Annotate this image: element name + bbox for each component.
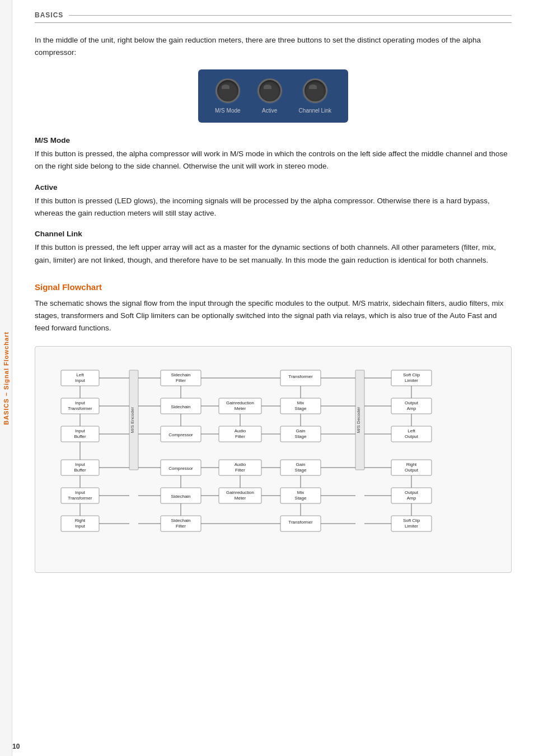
svg-text:Gain: Gain — [296, 462, 306, 467]
intro-text: In the middle of the unit, right below t… — [35, 34, 512, 58]
svg-text:Gainreduction: Gainreduction — [226, 400, 254, 405]
active-heading: Active — [35, 183, 512, 192]
ms-mode-text: If this button is pressed, the alpha com… — [35, 148, 512, 173]
page-header: BASICS — [35, 11, 512, 23]
flowchart-svg-wrap: Left Input Sidechain Filter Transformer … — [44, 358, 502, 561]
svg-text:Limiter: Limiter — [405, 524, 418, 529]
active-text: If this button is pressed (LED glows), t… — [35, 195, 512, 220]
ms-mode-label: M/S Mode — [215, 108, 241, 114]
svg-text:Output: Output — [405, 468, 419, 473]
svg-text:Buffer: Buffer — [74, 434, 86, 439]
svg-text:Stage: Stage — [295, 406, 307, 411]
header-title: BASICS — [35, 11, 63, 19]
svg-text:Input: Input — [75, 428, 86, 433]
svg-text:Soft Clip: Soft Clip — [403, 518, 420, 523]
svg-text:Filter: Filter — [235, 468, 245, 473]
flowchart-container: Left Input Sidechain Filter Transformer … — [35, 346, 512, 573]
sidebar-label: BASICS – Signal Flowchart — [3, 332, 10, 425]
svg-text:M/S Decoder: M/S Decoder — [356, 407, 361, 433]
svg-text:Sidechain: Sidechain — [171, 372, 190, 377]
svg-text:Sidechain: Sidechain — [171, 494, 190, 499]
fc-left-input: Left — [76, 372, 84, 377]
svg-text:Audio: Audio — [235, 428, 246, 433]
svg-text:Meter: Meter — [235, 406, 246, 411]
flowchart-intro: The schematic shows the signal flow from… — [35, 297, 512, 335]
channel-link-text: If this button is pressed, the left uppe… — [35, 241, 512, 267]
svg-text:Input: Input — [75, 524, 86, 529]
svg-text:Amp: Amp — [407, 406, 416, 411]
svg-text:Compressor: Compressor — [168, 432, 193, 437]
svg-text:Transformer: Transformer — [68, 406, 92, 411]
channel-link-label: Channel Link — [299, 108, 331, 114]
ms-mode-button-circle — [216, 78, 240, 103]
svg-text:Stage: Stage — [295, 468, 307, 473]
svg-text:Meter: Meter — [235, 496, 246, 501]
svg-text:Soft Clip: Soft Clip — [403, 372, 420, 377]
svg-text:Input: Input — [75, 462, 86, 467]
channel-link-heading: Channel Link — [35, 230, 512, 238]
svg-text:Sidechain: Sidechain — [171, 404, 190, 409]
buttons-diagram: M/S Mode Active Channel Link — [198, 69, 348, 123]
header-divider — [69, 15, 512, 16]
active-label: Active — [262, 108, 277, 114]
svg-text:Output: Output — [405, 434, 419, 439]
svg-text:Compressor: Compressor — [168, 466, 193, 471]
buttons-diagram-container: M/S Mode Active Channel Link — [35, 69, 512, 123]
svg-text:Left: Left — [407, 428, 415, 433]
svg-text:Right: Right — [75, 518, 86, 523]
svg-text:Gainreduction: Gainreduction — [226, 490, 254, 495]
flowchart-heading: Signal Flowchart — [35, 282, 512, 292]
svg-text:Transformer: Transformer — [288, 520, 313, 525]
svg-text:Input: Input — [75, 378, 86, 383]
svg-text:Buffer: Buffer — [74, 468, 86, 473]
svg-text:M/S Encoder: M/S Encoder — [130, 407, 135, 433]
flowchart-svg: Left Input Sidechain Filter Transformer … — [44, 358, 502, 559]
svg-text:Right: Right — [406, 462, 417, 467]
svg-text:Mix: Mix — [297, 400, 304, 405]
svg-text:Mix: Mix — [297, 490, 304, 495]
button-item-active: Active — [257, 78, 282, 114]
svg-text:Gain: Gain — [296, 428, 306, 433]
svg-text:Input: Input — [75, 490, 86, 495]
svg-text:Stage: Stage — [295, 496, 307, 501]
button-item-channel-link: Channel Link — [299, 78, 331, 114]
sidebar-tab: BASICS – Signal Flowchart — [0, 0, 12, 756]
svg-text:Limiter: Limiter — [405, 378, 418, 383]
svg-text:Sidechain: Sidechain — [171, 518, 190, 523]
ms-mode-heading: M/S Mode — [35, 136, 512, 144]
svg-text:Transformer: Transformer — [288, 374, 313, 379]
svg-text:Audio: Audio — [235, 462, 246, 467]
channel-link-button-circle — [303, 78, 327, 103]
active-button-circle — [257, 78, 282, 103]
svg-text:Filter: Filter — [176, 378, 186, 383]
button-item-ms-mode: M/S Mode — [215, 78, 241, 114]
svg-text:Filter: Filter — [176, 524, 186, 529]
svg-text:Output: Output — [405, 400, 419, 405]
svg-text:Input: Input — [75, 400, 86, 405]
page-number: 10 — [12, 743, 20, 750]
svg-text:Transformer: Transformer — [68, 496, 92, 501]
svg-text:Filter: Filter — [235, 434, 245, 439]
svg-text:Amp: Amp — [407, 496, 416, 501]
svg-text:Output: Output — [405, 490, 419, 495]
svg-text:Stage: Stage — [295, 434, 307, 439]
